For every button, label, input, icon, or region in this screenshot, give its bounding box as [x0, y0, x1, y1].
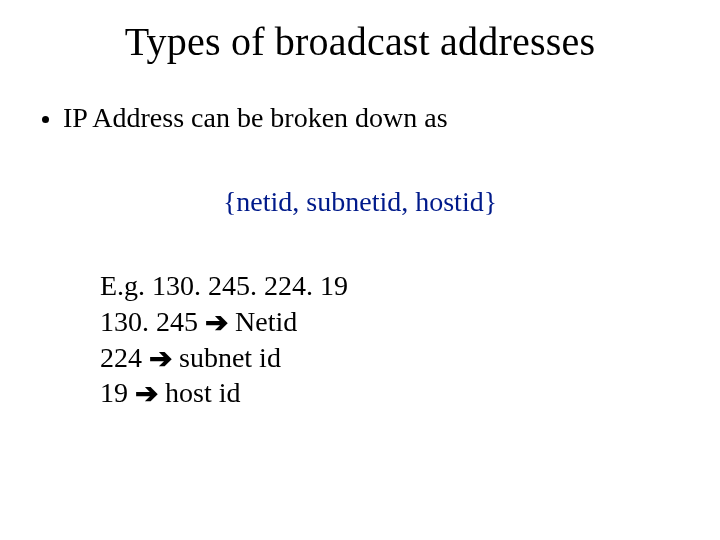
slide: Types of broadcast addresses IP Address … — [0, 0, 720, 540]
bullet-item-1-text: IP Address can be broken down as — [63, 102, 448, 134]
bullet-item-1: IP Address can be broken down as — [42, 102, 448, 134]
example-line-3: 224 ➔ subnet id — [100, 340, 348, 376]
example-line-1: E.g. 130. 245. 224. 19 — [100, 268, 348, 304]
example-line-2-right: Netid — [228, 306, 297, 337]
bullet-dot-icon — [42, 116, 49, 123]
example-line-4: 19 ➔ host id — [100, 375, 348, 411]
example-line-2-left: 130. 245 — [100, 306, 205, 337]
example-line-3-left: 224 — [100, 342, 149, 373]
slide-title: Types of broadcast addresses — [0, 18, 720, 65]
arrow-icon: ➔ — [135, 376, 158, 412]
example-block: E.g. 130. 245. 224. 19 130. 245 ➔ Netid … — [100, 268, 348, 411]
ip-formula: {netid, subnetid, hostid} — [0, 186, 720, 218]
example-line-3-right: subnet id — [172, 342, 281, 373]
example-line-4-left: 19 — [100, 377, 135, 408]
arrow-icon: ➔ — [205, 305, 228, 341]
example-line-4-right: host id — [158, 377, 240, 408]
arrow-icon: ➔ — [149, 341, 172, 377]
example-line-2: 130. 245 ➔ Netid — [100, 304, 348, 340]
